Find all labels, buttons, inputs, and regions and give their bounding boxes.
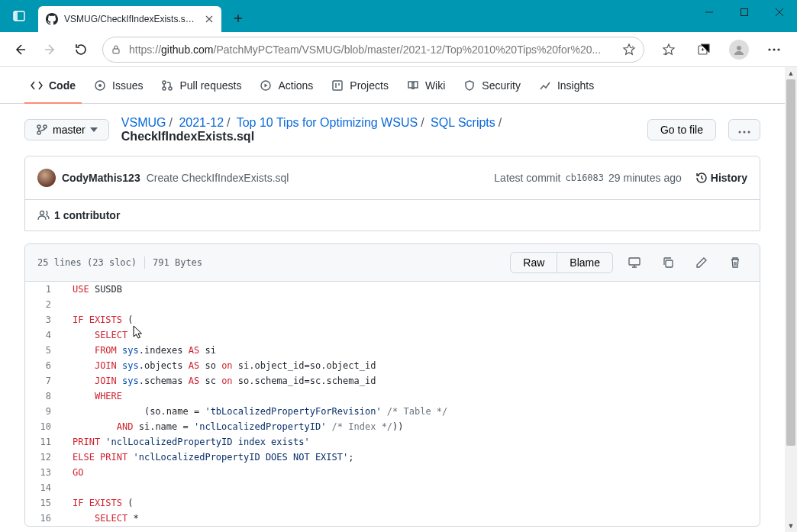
maximize-button[interactable] [727, 0, 762, 24]
line-content[interactable]: USE SUSDB [63, 282, 760, 297]
author-avatar[interactable] [37, 169, 56, 187]
projects-icon [331, 79, 344, 92]
svg-rect-1 [14, 11, 18, 21]
arrow-right-icon [44, 43, 57, 56]
line-content[interactable]: ELSE PRINT 'nclLocalizedPropertyID DOES … [63, 450, 760, 465]
actions-icon [260, 79, 272, 92]
nav-pulls[interactable]: Pull requests [155, 67, 247, 103]
line-number[interactable]: 2 [25, 297, 63, 312]
nav-projects[interactable]: Projects [325, 67, 395, 103]
collections-icon [697, 43, 711, 56]
history-link[interactable]: History [695, 172, 747, 184]
nav-issues[interactable]: Issues [88, 67, 149, 103]
close-window-button[interactable] [762, 0, 797, 24]
caret-down-icon [90, 127, 98, 132]
tab-list-button[interactable] [0, 0, 38, 32]
new-tab-button[interactable] [227, 8, 249, 29]
svg-point-11 [163, 81, 166, 84]
close-icon [776, 8, 783, 16]
maximize-icon [741, 8, 748, 16]
line-number[interactable]: 3 [25, 312, 63, 327]
lock-icon [111, 44, 121, 55]
code-line: 12ELSE PRINT 'nclLocalizedPropertyID DOE… [25, 450, 760, 465]
line-content[interactable]: SELECT * [63, 511, 760, 526]
delete-button[interactable] [723, 252, 747, 273]
nav-insights[interactable]: Insights [533, 67, 600, 103]
tab-close-button[interactable] [203, 13, 215, 25]
line-number[interactable]: 1 [25, 282, 63, 297]
scroll-up-arrow[interactable]: ▲ [785, 67, 797, 79]
favorites-button[interactable] [653, 34, 684, 65]
line-content[interactable]: SELECT * [63, 327, 760, 343]
line-content[interactable]: FROM sys.indexes AS si [63, 343, 760, 358]
browser-tab-active[interactable]: VSMUG/CheckIfIndexExists.sql at [38, 6, 221, 32]
line-number[interactable]: 5 [25, 343, 63, 358]
more-actions-button[interactable] [728, 119, 760, 140]
scroll-thumb[interactable] [786, 79, 795, 446]
copy-button[interactable] [656, 252, 680, 273]
line-number[interactable]: 11 [25, 434, 63, 450]
favorite-icon[interactable] [622, 43, 636, 56]
line-content[interactable]: AND si.name = 'nclLocalizedPropertyID' /… [63, 419, 760, 434]
contributor-count[interactable]: 1 contributor [54, 209, 120, 221]
line-number[interactable]: 12 [25, 450, 63, 465]
code-line: 1USE SUSDB [25, 282, 760, 297]
line-number[interactable]: 16 [25, 511, 63, 526]
code-line: 13GO [25, 465, 760, 480]
svg-rect-15 [333, 81, 342, 90]
line-number[interactable]: 7 [25, 373, 63, 389]
forward-button[interactable] [35, 34, 66, 65]
profile-button[interactable] [724, 34, 754, 65]
contributors-row: 1 contributor [25, 199, 760, 231]
line-number[interactable]: 4 [25, 327, 63, 343]
line-content[interactable]: WHERE [63, 389, 760, 404]
line-number[interactable]: 10 [25, 419, 63, 434]
branch-select[interactable]: master [24, 119, 109, 140]
desktop-button[interactable] [622, 252, 647, 273]
nav-code[interactable]: Code [24, 67, 82, 103]
line-number[interactable]: 15 [25, 495, 63, 511]
svg-point-19 [739, 131, 741, 134]
blame-button[interactable]: Blame [557, 252, 613, 273]
line-content[interactable]: JOIN sys.schemas AS sc on so.schema_id=s… [63, 373, 760, 389]
vertical-scrollbar[interactable]: ▲ ▼ [785, 67, 797, 532]
line-content[interactable] [63, 297, 760, 312]
line-number[interactable]: 8 [25, 389, 63, 404]
file-lines: 25 lines (23 sloc) [37, 257, 137, 268]
crumb-3[interactable]: SQL Scripts [431, 116, 495, 129]
code-table: 1USE SUSDB23IF EXISTS (4 SELECT *5 FROM … [25, 282, 760, 526]
line-content[interactable]: IF EXISTS ( [63, 495, 760, 511]
menu-button[interactable] [759, 34, 789, 65]
line-content[interactable]: GO [63, 465, 760, 480]
go-to-file-button[interactable]: Go to file [647, 119, 716, 140]
line-content[interactable]: (so.name = 'tbLocalizedPropertyForRevisi… [63, 404, 760, 419]
address-bar[interactable]: https://github.com/PatchMyPCTeam/VSMUG/b… [102, 37, 644, 63]
scroll-down-arrow[interactable]: ▼ [785, 520, 797, 532]
line-number[interactable]: 14 [25, 480, 63, 495]
raw-button[interactable]: Raw [510, 252, 557, 273]
people-icon [37, 209, 50, 221]
nav-wiki[interactable]: Wiki [401, 67, 451, 103]
crumb-2[interactable]: Top 10 Tips for Optimizing WSUS [237, 116, 418, 129]
collections-button[interactable] [689, 34, 719, 65]
line-content[interactable] [63, 480, 760, 495]
line-number[interactable]: 9 [25, 404, 63, 419]
crumb-0[interactable]: VSMUG [121, 116, 166, 129]
commit-hash[interactable]: cb16083 [565, 172, 604, 183]
line-content[interactable]: PRINT 'nclLocalizedPropertyID index exis… [63, 434, 760, 450]
line-number[interactable]: 13 [25, 465, 63, 480]
line-content[interactable]: JOIN sys.objects AS so on si.object_id=s… [63, 358, 760, 373]
crumb-1[interactable]: 2021-12 [179, 116, 224, 129]
edit-button[interactable] [689, 252, 714, 273]
reload-button[interactable] [66, 34, 96, 65]
commit-author[interactable]: CodyMathis123 [62, 172, 140, 184]
url-text: https://github.com/PatchMyPCTeam/VSMUG/b… [129, 44, 616, 56]
code-line: 3IF EXISTS ( [25, 312, 760, 327]
minimize-button[interactable] [692, 0, 727, 24]
line-number[interactable]: 6 [25, 358, 63, 373]
nav-actions[interactable]: Actions [253, 67, 319, 103]
line-content[interactable]: IF EXISTS ( [63, 312, 760, 327]
commit-message[interactable]: Create CheckIfIndexExists.sql [147, 172, 289, 184]
back-button[interactable] [5, 34, 35, 65]
nav-security[interactable]: Security [457, 67, 527, 103]
